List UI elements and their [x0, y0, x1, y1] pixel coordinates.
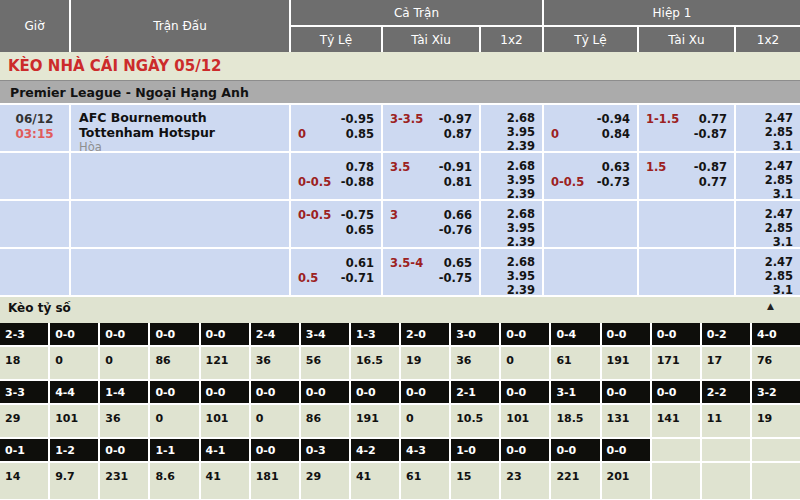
score-label-cell: 2-4 [251, 323, 299, 345]
half-1x2-cell[interactable]: 2.472.853.1 [736, 153, 800, 199]
score-odd-cell[interactable]: 121 [201, 347, 249, 379]
full-overunder-cell[interactable]: 3-3.5-0.97 0.87 [383, 105, 479, 151]
score-odd-cell[interactable]: 191 [351, 405, 399, 437]
score-label-cell: 3-0 [451, 323, 499, 345]
score-section-bar[interactable]: Kèo tỷ số ▲ [0, 297, 800, 319]
half-1x2-cell[interactable]: 2.472.853.1 [736, 105, 800, 151]
score-odd-cell[interactable]: 41 [201, 463, 249, 499]
score-odd-cell[interactable]: 18.5 [551, 405, 599, 437]
handicap-line [646, 127, 650, 142]
score-odd-cell[interactable]: 0 [501, 347, 549, 379]
half-1x2-cell[interactable]: 2.472.853.1 [736, 201, 800, 247]
score-odd-cell[interactable]: 86 [301, 405, 349, 437]
score-label-cell: 0-0 [301, 381, 349, 403]
score-odd-cell[interactable]: 29 [301, 463, 349, 499]
full-1x2-cell[interactable]: 2.683.952.39 [481, 153, 542, 199]
score-odd-cell[interactable]: 0 [50, 347, 98, 379]
odd-value: 2.47 [736, 255, 793, 269]
score-odd-cell[interactable]: 101 [50, 405, 98, 437]
col-header-full-handicap: Tỷ Lệ [291, 27, 381, 52]
score-odd-cell[interactable]: 141 [652, 405, 700, 437]
full-handicap-cell[interactable]: 0.780-0.5-0.88 [291, 153, 381, 199]
half-handicap-cell[interactable] [544, 201, 637, 247]
score-odd-cell[interactable]: 61 [401, 463, 449, 499]
score-odd-cell[interactable]: 0 [251, 405, 299, 437]
odd-value: 2.85 [736, 125, 793, 139]
odd-value: 0.66 [444, 208, 472, 223]
match-teams-cell[interactable]: AFC BournemouthTottenham HotspurHòa [71, 105, 289, 151]
odd-value: 3.95 [481, 125, 535, 139]
match-teams-cell [71, 153, 289, 199]
score-odd-cell[interactable]: 56 [301, 347, 349, 379]
half-handicap-cell[interactable]: 0.630-0.5-0.73 [544, 153, 637, 199]
score-odd-cell[interactable]: 36 [100, 405, 148, 437]
score-label-cell: 1-4 [100, 381, 148, 403]
full-1x2-cell[interactable]: 2.683.952.39 [481, 249, 542, 295]
score-odd-cell[interactable]: 23 [501, 463, 549, 499]
collapse-arrow-icon[interactable]: ▲ [767, 301, 774, 311]
score-odd-cell[interactable]: 10.5 [451, 405, 499, 437]
half-handicap-cell[interactable] [544, 249, 637, 295]
score-odd-cell[interactable]: 36 [451, 347, 499, 379]
full-overunder-cell[interactable]: 3.5-40.65 -0.75 [383, 249, 479, 295]
odd-value: -0.97 [439, 112, 472, 127]
odd-value: -0.76 [439, 223, 472, 238]
score-label-cell: 0-0 [201, 381, 249, 403]
score-odd-cell[interactable]: 101 [201, 405, 249, 437]
full-1x2-cell[interactable]: 2.683.952.39 [481, 201, 542, 247]
score-odd-cell[interactable]: 76 [752, 347, 800, 379]
score-odd-cell[interactable]: 181 [251, 463, 299, 499]
score-label-cell: 0-0 [652, 323, 700, 345]
score-odd-cell[interactable]: 15 [451, 463, 499, 499]
score-odd-cell[interactable]: 61 [551, 347, 599, 379]
score-odd-cell[interactable]: 171 [652, 347, 700, 379]
half-overunder-cell[interactable]: 1.5-0.87 0.77 [639, 153, 734, 199]
score-odd-cell[interactable]: 101 [501, 405, 549, 437]
score-empty-cell [652, 439, 700, 461]
score-odd-cell[interactable]: 131 [602, 405, 650, 437]
score-odd-cell[interactable]: 17 [702, 347, 750, 379]
odds-table-header: Giờ Trận Đấu Cả Trận Hiệp 1 Tỷ Lệ Tài Xỉ… [0, 0, 800, 52]
score-odd-cell[interactable]: 19 [401, 347, 449, 379]
half-overunder-cell[interactable]: 1-1.50.77 -0.87 [639, 105, 734, 151]
score-odd-cell[interactable]: 36 [251, 347, 299, 379]
half-overunder-cell[interactable] [639, 201, 734, 247]
full-overunder-cell[interactable]: 30.66 -0.76 [383, 201, 479, 247]
odd-value: 0.81 [444, 175, 472, 190]
odd-value: 2.39 [481, 283, 535, 295]
handicap-line [551, 112, 555, 127]
col-header-half-handicap: Tỷ Lệ [544, 27, 637, 52]
score-odd-cell[interactable]: 221 [551, 463, 599, 499]
score-odd-cell[interactable]: 86 [150, 347, 198, 379]
score-odd-cell[interactable]: 19 [752, 405, 800, 437]
handicap-line: 0.5 [298, 271, 318, 286]
score-odd-cell[interactable]: 231 [100, 463, 148, 499]
full-1x2-cell[interactable]: 2.683.952.39 [481, 105, 542, 151]
score-odd-cell[interactable]: 0 [401, 405, 449, 437]
score-label-cell: 0-0 [551, 439, 599, 461]
score-odd-cell[interactable]: 29 [0, 405, 48, 437]
score-odd-cell[interactable]: 201 [602, 463, 650, 499]
score-odd-cell[interactable]: 0 [100, 347, 148, 379]
odd-value: -0.94 [597, 112, 630, 127]
full-handicap-cell[interactable]: -0.9500.85 [291, 105, 381, 151]
half-handicap-cell[interactable]: -0.9400.84 [544, 105, 637, 151]
score-odd-cell[interactable]: 0 [150, 405, 198, 437]
score-odd-cell[interactable]: 41 [351, 463, 399, 499]
score-odd-cell[interactable]: 14 [0, 463, 48, 499]
score-odd-cell[interactable]: 9.7 [50, 463, 98, 499]
score-odd-cell[interactable]: 11 [702, 405, 750, 437]
score-odd-cell[interactable]: 191 [602, 347, 650, 379]
full-handicap-cell[interactable]: 0.610.5-0.71 [291, 249, 381, 295]
odd-value: -0.75 [341, 208, 374, 223]
half-1x2-cell[interactable]: 2.472.853.1 [736, 249, 800, 295]
score-odd-cell[interactable]: 16.5 [351, 347, 399, 379]
full-handicap-cell[interactable]: 0-0.5-0.75 0.65 [291, 201, 381, 247]
half-overunder-cell[interactable] [639, 249, 734, 295]
handicap-line: 0-0.5 [298, 175, 331, 190]
score-odd-cell[interactable]: 18 [0, 347, 48, 379]
score-odd-cell[interactable]: 8.6 [150, 463, 198, 499]
col-group-halftime: Hiệp 1 [544, 0, 800, 25]
score-label-cell: 0-2 [702, 323, 750, 345]
full-overunder-cell[interactable]: 3.5-0.91 0.81 [383, 153, 479, 199]
